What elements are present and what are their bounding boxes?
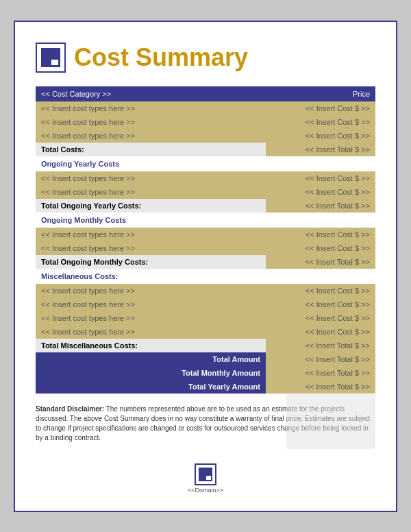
section-header: Miscellaneous Costs: xyxy=(36,269,375,284)
summary-row-yearly: Total Yearly Amount << Insert Total $ >> xyxy=(36,380,375,394)
total-value: << Insert Total $ >> xyxy=(266,143,375,156)
page-header: Cost Summary xyxy=(36,43,375,73)
total-label: Total Ongoing Yearly Costs: xyxy=(36,199,266,213)
cost-type-cell: << Insert cost types here >> xyxy=(36,298,266,311)
table-row: << Insert cost types here >> << Insert C… xyxy=(36,228,375,241)
table-row: << Insert cost types here >> << Insert C… xyxy=(36,298,375,311)
summary-row-total: Total Amount << Insert Total $ >> xyxy=(36,352,375,366)
table-row: << Insert cost types here >> << Insert C… xyxy=(36,284,375,298)
cost-type-cell: << Insert cost types here >> xyxy=(36,129,266,143)
section-header: Ongoing Monthly Costs xyxy=(36,213,375,228)
logo-icon xyxy=(41,48,60,67)
watermark xyxy=(286,394,375,449)
cost-value-cell: << Insert Cost $ >> xyxy=(266,115,375,129)
cost-type-cell: << Insert cost types here >> xyxy=(36,241,266,255)
cost-type-cell: << Insert cost types here >> xyxy=(36,228,266,241)
summary-yearly-value: << Insert Total $ >> xyxy=(266,380,375,394)
section-header-row: Miscellaneous Costs: xyxy=(36,269,375,284)
summary-yearly-label: Total Yearly Amount xyxy=(36,380,266,394)
cost-value-cell: << Insert Cost $ >> xyxy=(266,284,375,298)
cost-value-cell: << Insert Cost $ >> xyxy=(266,228,375,241)
table-row: << Insert cost types here >> << Insert C… xyxy=(36,115,375,129)
footer-logo-icon xyxy=(199,468,212,481)
page-container: Cost Summary << Cost Category >> Price <… xyxy=(14,21,397,512)
cost-type-cell: << Insert cost types here >> xyxy=(36,284,266,298)
total-label: Total Ongoing Monthly Costs: xyxy=(36,255,266,269)
section-header: Ongoing Yearly Costs xyxy=(36,156,375,171)
footer-domain: <<Domain>> xyxy=(188,487,223,494)
table-header-row: << Cost Category >> Price xyxy=(36,86,375,101)
cost-value-cell: << Insert Cost $ >> xyxy=(266,101,375,115)
total-label: Total Miscellaneous Costs: xyxy=(36,339,266,352)
summary-total-label: Total Amount xyxy=(36,352,266,366)
cost-value-cell: << Insert Cost $ >> xyxy=(266,185,375,199)
total-value: << Insert Total $ >> xyxy=(266,255,375,269)
cost-type-cell: << Insert cost types here >> xyxy=(36,311,266,325)
col-category-header: << Cost Category >> xyxy=(36,86,266,101)
disclaimer-bold: Standard Disclaimer: xyxy=(36,405,104,413)
table-row: << Insert cost types here >> << Insert C… xyxy=(36,101,375,115)
cost-value-cell: << Insert Cost $ >> xyxy=(266,298,375,311)
total-row: Total Costs: << Insert Total $ >> xyxy=(36,143,375,156)
summary-total-value: << Insert Total $ >> xyxy=(266,352,375,366)
cost-value-cell: << Insert Cost $ >> xyxy=(266,241,375,255)
total-row: Total Ongoing Yearly Costs: << Insert To… xyxy=(36,199,375,213)
cost-value-cell: << Insert Cost $ >> xyxy=(266,311,375,325)
page-title: Cost Summary xyxy=(74,43,248,72)
total-row: Total Ongoing Monthly Costs: << Insert T… xyxy=(36,255,375,269)
summary-row-monthly: Total Monthly Amount << Insert Total $ >… xyxy=(36,366,375,380)
table-row: << Insert cost types here >> << Insert C… xyxy=(36,325,375,339)
cost-table: << Cost Category >> Price << Insert cost… xyxy=(36,86,375,394)
section-header-row: Ongoing Monthly Costs xyxy=(36,213,375,228)
total-value: << Insert Total $ >> xyxy=(266,199,375,213)
table-row: << Insert cost types here >> << Insert C… xyxy=(36,129,375,143)
table-row: << Insert cost types here >> << Insert C… xyxy=(36,241,375,255)
cost-type-cell: << Insert cost types here >> xyxy=(36,325,266,339)
logo-box xyxy=(36,43,66,73)
cost-type-cell: << Insert cost types here >> xyxy=(36,171,266,185)
table-row: << Insert cost types here >> << Insert C… xyxy=(36,171,375,185)
footer-logo-box xyxy=(195,463,216,485)
col-price-header: Price xyxy=(266,86,375,101)
cost-type-cell: << Insert cost types here >> xyxy=(36,185,266,199)
summary-monthly-label: Total Monthly Amount xyxy=(36,366,266,380)
cost-type-cell: << Insert cost types here >> xyxy=(36,101,266,115)
total-row: Total Miscellaneous Costs: << Insert Tot… xyxy=(36,339,375,352)
total-value: << Insert Total $ >> xyxy=(266,339,375,352)
section-header-row: Ongoing Yearly Costs xyxy=(36,156,375,171)
cost-value-cell: << Insert Cost $ >> xyxy=(266,171,375,185)
table-row: << Insert cost types here >> << Insert C… xyxy=(36,185,375,199)
page-footer: <<Domain>> xyxy=(36,463,375,497)
summary-monthly-value: << Insert Total $ >> xyxy=(266,366,375,380)
table-row: << Insert cost types here >> << Insert C… xyxy=(36,311,375,325)
total-label: Total Costs: xyxy=(36,143,266,156)
cost-value-cell: << Insert Cost $ >> xyxy=(266,129,375,143)
cost-type-cell: << Insert cost types here >> xyxy=(36,115,266,129)
cost-value-cell: << Insert Cost $ >> xyxy=(266,325,375,339)
